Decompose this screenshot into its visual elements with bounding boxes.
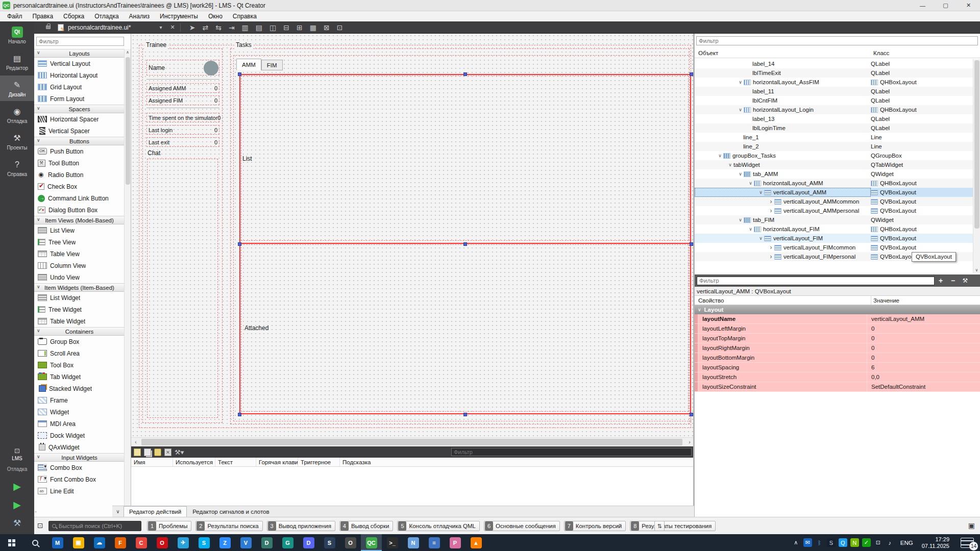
tray-icon[interactable]: ♪	[886, 538, 894, 547]
widget-list-item[interactable]: Line Edit	[34, 485, 125, 497]
form-label-row[interactable]: Assigned AMM 0	[146, 83, 219, 93]
tray-icon[interactable]: ✓	[862, 538, 871, 547]
taskbar-app[interactable]: ▣	[68, 534, 89, 551]
toolbar-action-icon[interactable]: ⊡	[333, 23, 347, 32]
list-label[interactable]: List	[242, 155, 252, 162]
menu-item[interactable]: Отладка	[89, 13, 124, 20]
minimize-button[interactable]: —	[911, 0, 934, 11]
toolbar-action-icon[interactable]: ▦	[306, 23, 320, 32]
build-config-label[interactable]: Отладка	[0, 466, 34, 472]
widget-list-item[interactable]: Stacked Widget	[34, 383, 125, 394]
maximize-button[interactable]: ▢	[934, 0, 957, 11]
tray-icon[interactable]: N	[850, 538, 859, 547]
taskbar-app[interactable]: V	[235, 534, 256, 551]
expander-icon[interactable]	[727, 160, 733, 169]
class-column-header[interactable]: Класс	[873, 48, 889, 58]
toolbar-action-icon[interactable]: ⊠	[320, 23, 333, 32]
form-horizontal-scrollbar[interactable]: ‹ ›	[131, 437, 694, 446]
widget-list-item[interactable]: Tab Widget	[34, 371, 125, 383]
object-tree-row[interactable]: line_1 Line	[695, 133, 973, 142]
property-value[interactable]: 0	[867, 324, 980, 333]
expander-icon[interactable]	[747, 224, 754, 234]
language-indicator[interactable]: ENG	[900, 540, 913, 546]
taskbar-app[interactable]: G	[277, 534, 298, 551]
action-column-header[interactable]: Используется	[173, 458, 215, 466]
name-row[interactable]: Name	[146, 60, 219, 76]
output-pane-button[interactable]: 4 Вывод сборки	[339, 521, 394, 531]
tasks-tab[interactable]: FIM	[261, 60, 283, 70]
tray-icon[interactable]: S	[827, 538, 836, 547]
output-pane-button[interactable]: 5 Консоль отладчика QML	[397, 521, 480, 531]
scrollbar-thumb[interactable]	[141, 439, 682, 445]
selection-handle[interactable]	[463, 242, 467, 246]
amm-personal-layout-outline[interactable]	[241, 244, 689, 412]
toolbar-action-icon[interactable]: ⊟	[280, 23, 293, 32]
object-tree-row[interactable]: horizontalLayout_FIM QHBoxLayout	[695, 224, 973, 234]
widget-list-item[interactable]: Command Link Button	[34, 192, 125, 204]
object-tree-row[interactable]: horizontalLayout_Login QHBoxLayout	[695, 105, 973, 114]
object-filter-input[interactable]	[696, 36, 978, 45]
property-row[interactable]: layoutRightMargin 0	[695, 343, 980, 353]
property-row[interactable]: layoutBottomMargin 0	[695, 353, 980, 363]
widget-list-item[interactable]: Widget	[34, 406, 125, 418]
kit-selector[interactable]: ⊡ LMS	[0, 447, 34, 461]
toolbar-action-icon[interactable]: ▤	[252, 23, 266, 32]
toolbar-action-icon[interactable]: ⇄	[199, 23, 212, 32]
tasks-tab[interactable]: AMM	[236, 59, 261, 70]
output-pane-button[interactable]: 6 Основные сообщения	[484, 521, 560, 531]
amm-common-layout-outline[interactable]	[241, 76, 689, 241]
widget-list-item[interactable]: Horizontal Layout	[34, 69, 125, 81]
mode-button[interactable]: ▤ Редактор	[0, 49, 34, 74]
property-row[interactable]: layoutName verticalLayout_AMM	[695, 314, 980, 324]
tasks-groupbox-title[interactable]: Tasks	[234, 41, 253, 49]
property-row[interactable]: layoutLeftMargin 0	[695, 324, 980, 334]
editor-tab[interactable]: Редактор действий	[124, 506, 187, 517]
object-tree-row[interactable]: lblCntFIM QLabel	[695, 96, 973, 105]
selection-handle[interactable]	[690, 242, 693, 246]
scrollbar-thumb[interactable]	[126, 57, 130, 185]
object-tree-row[interactable]: verticalLayout_FIMcommon QVBoxLayout	[695, 243, 973, 252]
selection-handle[interactable]	[463, 413, 467, 416]
object-tree-row[interactable]: verticalLayout_AMMcommon QVBoxLayout	[695, 197, 973, 206]
toolbar-action-icon[interactable]: ⇆	[212, 23, 225, 32]
expander-icon[interactable]	[757, 234, 764, 243]
toolbar-action-icon[interactable]: ⊞	[293, 23, 306, 32]
taskbar-search-button[interactable]	[23, 534, 47, 551]
tray-icon[interactable]: ᛒ	[815, 538, 824, 547]
expander-icon[interactable]	[717, 151, 723, 160]
menu-item[interactable]: Анализ	[124, 13, 155, 20]
taskbar-app[interactable]: N	[403, 534, 424, 551]
run-button[interactable]: ▶	[0, 477, 34, 495]
close-document-icon[interactable]: ✕	[170, 24, 175, 31]
action-filter-input[interactable]	[451, 448, 692, 456]
chevron-down-icon[interactable]: ▾	[159, 24, 162, 30]
build-button[interactable]: ⚒	[0, 514, 34, 532]
object-tree-row[interactable]: lblLoginTime QLabel	[695, 123, 973, 133]
property-value[interactable]: verticalLayout_AMM	[867, 314, 980, 323]
widget-list-item[interactable]: Tool Button	[34, 157, 125, 169]
widget-list-item[interactable]: Item Views (Model-Based)	[34, 216, 125, 224]
object-column-header[interactable]: Объект	[698, 48, 718, 58]
widget-list-item[interactable]: Horizontal Spacer	[34, 113, 125, 125]
menu-item[interactable]: Файл	[2, 13, 28, 20]
avatar[interactable]	[204, 61, 218, 76]
property-filter-input[interactable]	[697, 277, 935, 285]
widget-list-item[interactable]: List Widget	[34, 292, 125, 304]
layout-section-header[interactable]: ∨ Layout	[695, 305, 980, 314]
object-tree-row[interactable]: tab_AMM QWidget	[695, 169, 973, 179]
clock[interactable]: 17:29 07.11.2025	[922, 536, 949, 549]
taskbar-app[interactable]: ▲	[465, 534, 486, 551]
object-tree-row[interactable]: horizontalLayout_AMM QHBoxLayout	[695, 179, 973, 188]
property-value[interactable]: 0	[867, 334, 980, 343]
chat-label[interactable]: Chat	[148, 149, 160, 157]
taskbar-app[interactable]: >_	[382, 534, 403, 551]
scrollbar-thumb[interactable]	[974, 60, 979, 229]
lock-icon[interactable]	[46, 26, 51, 29]
expander-icon[interactable]	[768, 243, 774, 252]
taskbar-app[interactable]: O	[152, 534, 173, 551]
property-value[interactable]: 0	[867, 353, 980, 362]
widget-list-item[interactable]: Input Widgets	[34, 453, 125, 462]
value-column-header[interactable]: Значение	[873, 296, 899, 305]
mode-button[interactable]: ◉ Отладка	[0, 102, 34, 128]
mode-button[interactable]: ? Справка	[0, 155, 34, 181]
